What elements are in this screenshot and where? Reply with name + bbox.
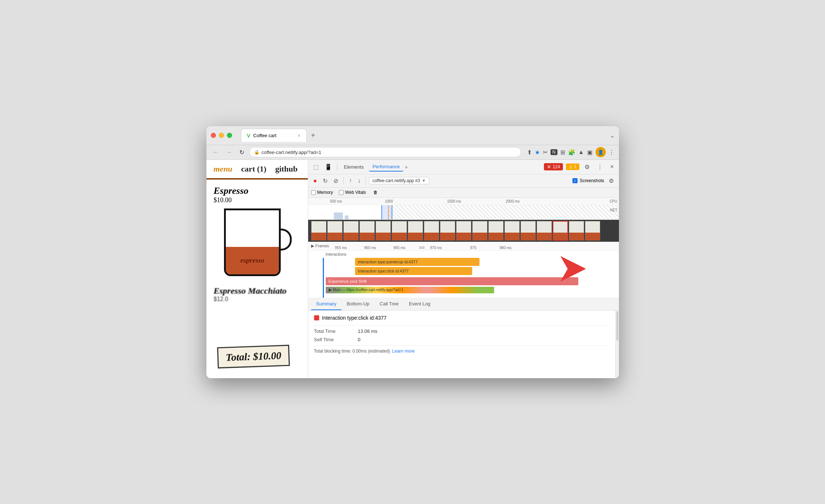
target-selector[interactable]: coffee-cart.netlify.app #3 ▼ (369, 177, 429, 184)
frames-area: ▶ Frames 955 ms 960 ms 965 ms 333 970 ms… (308, 242, 619, 251)
memory-option[interactable]: Memory (311, 190, 333, 195)
filmstrip-frame[interactable] (392, 221, 407, 241)
clear-icon[interactable]: ⊘ (331, 176, 340, 186)
summary-color-indicator (314, 315, 319, 320)
back-button[interactable]: ← (211, 148, 221, 156)
download-profile-icon[interactable]: ↓ (355, 176, 363, 185)
filmstrip-frame[interactable] (376, 221, 391, 241)
main-thread-expand-icon[interactable]: ▶ (329, 287, 332, 292)
tab-close-button[interactable]: × (298, 133, 300, 138)
total-time-value: 13.08 ms (358, 328, 377, 334)
filmstrip-frame[interactable] (537, 221, 552, 241)
settings-icon[interactable]: ⚙ (582, 162, 592, 172)
filmstrip-frame[interactable] (569, 221, 584, 241)
filmstrip-frame[interactable] (553, 221, 568, 241)
device-toolbar-icon[interactable]: 📱 (322, 162, 334, 172)
error-badge[interactable]: ✕ 124 (544, 163, 563, 170)
interactions-section: Interactions Interaction type:pointerup … (308, 251, 619, 298)
cup-label: espresso (240, 256, 264, 264)
record-button[interactable]: ● (311, 176, 320, 186)
active-tab[interactable]: V Coffee cart × (241, 129, 307, 142)
warning-count: 1 (574, 164, 576, 169)
refresh-button[interactable]: ↻ (237, 148, 246, 157)
reload-record-button[interactable]: ↻ (321, 176, 330, 186)
scrollbar[interactable] (615, 311, 619, 378)
extensions-icon[interactable]: 🧩 (568, 149, 575, 156)
product2-price: $12.0 (214, 296, 300, 302)
web-vitals-checkbox[interactable] (339, 190, 344, 195)
filmstrip-frame[interactable] (456, 221, 471, 241)
screenshots-label: Screenshots (580, 178, 604, 183)
new-tab-button[interactable]: + (307, 129, 320, 142)
inspect-element-icon[interactable]: ⬚ (311, 162, 321, 172)
clear-recordings-icon[interactable]: 🗑 (373, 190, 378, 195)
site-nav: menu cart (1) github (206, 160, 308, 180)
tab-elements[interactable]: Elements (340, 163, 367, 171)
nav-github-link[interactable]: github (275, 164, 298, 174)
filmstrip-frame[interactable] (408, 221, 423, 241)
timeline-ruler: 500 ms 1000 1500 ms 2000 ms CPU (308, 198, 619, 205)
tab-bottom-up[interactable]: Bottom-Up (341, 298, 374, 310)
nav-menu-link[interactable]: menu (214, 164, 232, 174)
cup-handle (279, 229, 292, 251)
toolbar-divider (337, 163, 337, 170)
screenshots-checkbox[interactable]: ✓ (572, 178, 578, 183)
cart-total: Total: $10.00 (217, 345, 290, 368)
selection-indicator (323, 258, 324, 298)
product2-name: Espresso Macchiato (214, 286, 300, 296)
tick-333: 333 (419, 246, 425, 249)
lighthouse-icon[interactable]: ▲ (578, 149, 584, 155)
scrollbar-thumb[interactable] (616, 311, 618, 341)
tab-performance[interactable]: Performance (369, 162, 403, 172)
memory-checkbox[interactable] (311, 190, 316, 195)
warning-badge[interactable]: ⚠ 1 (566, 163, 579, 170)
tab-menu-button[interactable]: ⌄ (610, 132, 615, 139)
more-tabs-icon[interactable]: » (405, 164, 407, 170)
apps-icon[interactable]: ⊞ (560, 149, 565, 156)
filmstrip-frame[interactable] (424, 221, 439, 241)
filmstrip-frame[interactable] (311, 221, 326, 241)
summary-title: Interaction type:click id:4377 (314, 315, 609, 321)
summary-divider-2 (314, 345, 609, 346)
self-time-value: 0 (358, 337, 361, 342)
scissors-icon[interactable]: ✂ (543, 149, 548, 156)
tab-area: V Coffee cart × + (241, 129, 607, 142)
filmstrip-frame[interactable] (327, 221, 343, 241)
filmstrip-frame[interactable] (440, 221, 455, 241)
filmstrip-frame[interactable] (472, 221, 488, 241)
web-vitals-option[interactable]: Web Vitals (339, 190, 366, 195)
frames-expand-icon[interactable]: ▶ (311, 244, 314, 248)
filmstrip-frame[interactable] (585, 221, 600, 241)
maximize-button[interactable] (227, 133, 232, 138)
upload-profile-icon[interactable]: ↑ (347, 176, 354, 185)
chrome-menu-icon[interactable]: ⋮ (609, 149, 615, 156)
filmstrip-frame[interactable] (343, 221, 359, 241)
url-bar[interactable]: 🔒 coffee-cart.netlify.app/?ad=1 (249, 147, 521, 157)
profile-avatar[interactable]: 👤 (596, 147, 606, 157)
perf-settings-icon[interactable]: ⚙ (606, 176, 616, 186)
bottom-tabs: Summary Bottom-Up Call Tree Event Log (308, 298, 619, 311)
forward-button[interactable]: → (224, 148, 234, 156)
timeline-overview: 500 ms 1000 1500 ms 2000 ms CPU N (308, 198, 619, 220)
filmstrip-frame[interactable] (520, 221, 536, 241)
more-options-icon[interactable]: ⋮ (595, 162, 605, 172)
filmstrip-frame[interactable] (504, 221, 520, 241)
learn-more-link[interactable]: Learn more (392, 349, 415, 354)
close-button[interactable] (211, 133, 216, 138)
notion-icon[interactable]: N (550, 149, 557, 155)
tick-965: 965 ms (393, 246, 406, 250)
minimize-button[interactable] (219, 133, 224, 138)
filmstrip-frame[interactable] (488, 221, 504, 241)
filmstrip-frame[interactable] (359, 221, 375, 241)
tab-event-log[interactable]: Event Log (404, 298, 436, 310)
reader-icon[interactable]: ▣ (587, 149, 593, 156)
share-icon[interactable]: ⬆ (527, 149, 532, 156)
tick-955: 955 ms (335, 246, 347, 250)
timeline-selection (381, 205, 392, 220)
tab-summary[interactable]: Summary (311, 298, 342, 310)
close-devtools-icon[interactable]: × (608, 162, 616, 172)
nav-cart-link[interactable]: cart (1) (241, 164, 266, 174)
total-blocking-text: Total blocking time: 0.00ms (estimated) (314, 349, 390, 354)
tab-call-tree[interactable]: Call Tree (374, 298, 404, 310)
bookmark-icon[interactable]: ★ (535, 149, 540, 156)
